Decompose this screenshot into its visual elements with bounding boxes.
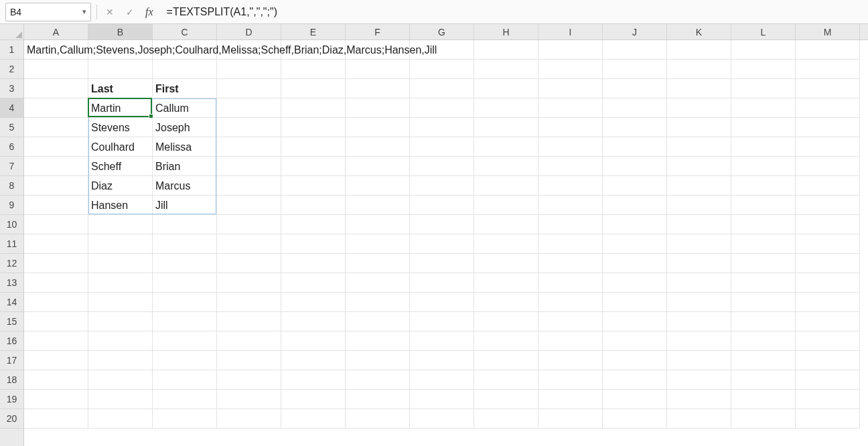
cell[interactable] xyxy=(667,351,731,370)
cell[interactable] xyxy=(731,157,796,176)
cell[interactable] xyxy=(603,273,667,293)
cell[interactable] xyxy=(346,196,410,215)
cell[interactable]: Hansen xyxy=(88,196,153,215)
cell[interactable] xyxy=(346,254,410,273)
cell[interactable] xyxy=(603,215,667,234)
cell[interactable] xyxy=(24,79,88,98)
cell[interactable] xyxy=(410,312,474,331)
cell[interactable] xyxy=(217,215,281,234)
cell[interactable] xyxy=(281,293,346,312)
cell[interactable] xyxy=(24,273,88,293)
cell[interactable] xyxy=(474,98,538,118)
cell[interactable] xyxy=(474,409,538,429)
cell[interactable] xyxy=(217,312,281,331)
cell[interactable] xyxy=(731,176,796,196)
cell[interactable] xyxy=(796,254,860,273)
cell[interactable] xyxy=(410,254,474,273)
cell[interactable] xyxy=(410,176,474,196)
fx-label[interactable]: fx xyxy=(143,6,156,18)
cell[interactable] xyxy=(281,234,346,254)
cell[interactable] xyxy=(346,390,410,409)
cell[interactable] xyxy=(474,273,538,293)
cell[interactable] xyxy=(281,60,346,79)
cell[interactable]: First xyxy=(153,79,217,98)
column-header[interactable]: I xyxy=(538,24,603,40)
name-box[interactable]: B4 ▾ xyxy=(5,3,91,21)
cell[interactable] xyxy=(603,351,667,370)
cell[interactable] xyxy=(217,118,281,137)
cell[interactable] xyxy=(603,409,667,429)
column-header[interactable]: C xyxy=(153,24,217,40)
cell[interactable] xyxy=(603,118,667,137)
cell[interactable] xyxy=(603,254,667,273)
cell[interactable] xyxy=(153,234,217,254)
cell[interactable] xyxy=(796,137,860,157)
cell[interactable] xyxy=(667,273,731,293)
cell[interactable] xyxy=(88,234,153,254)
cell[interactable] xyxy=(538,390,603,409)
cell[interactable] xyxy=(346,351,410,370)
cell[interactable] xyxy=(667,137,731,157)
cell[interactable] xyxy=(796,273,860,293)
cell[interactable] xyxy=(24,157,88,176)
cell[interactable] xyxy=(667,60,731,79)
cell[interactable] xyxy=(603,312,667,331)
cell[interactable] xyxy=(538,196,603,215)
cell[interactable] xyxy=(24,234,88,254)
cell[interactable]: Brian xyxy=(153,157,217,176)
cell[interactable] xyxy=(796,98,860,118)
cell[interactable] xyxy=(24,137,88,157)
cell[interactable] xyxy=(24,176,88,196)
cell[interactable] xyxy=(281,331,346,351)
row-header[interactable]: 8 xyxy=(0,176,23,196)
cell[interactable] xyxy=(153,312,217,331)
cell[interactable] xyxy=(796,331,860,351)
cell[interactable] xyxy=(731,293,796,312)
row-header[interactable]: 19 xyxy=(0,390,23,409)
cell[interactable] xyxy=(217,351,281,370)
cell[interactable] xyxy=(796,118,860,137)
cell[interactable] xyxy=(410,370,474,390)
cell[interactable] xyxy=(796,40,860,60)
cell[interactable] xyxy=(796,234,860,254)
cell[interactable] xyxy=(731,254,796,273)
cell[interactable] xyxy=(796,176,860,196)
cell[interactable] xyxy=(217,137,281,157)
cell[interactable] xyxy=(538,331,603,351)
cell[interactable] xyxy=(410,79,474,98)
column-header[interactable]: H xyxy=(474,24,538,40)
cell[interactable] xyxy=(346,176,410,196)
column-header[interactable]: A xyxy=(24,24,88,40)
cell[interactable] xyxy=(153,60,217,79)
column-header[interactable]: G xyxy=(410,24,474,40)
cell[interactable] xyxy=(731,196,796,215)
cell[interactable] xyxy=(88,293,153,312)
cell[interactable] xyxy=(281,98,346,118)
cell[interactable] xyxy=(731,118,796,137)
cell[interactable] xyxy=(667,409,731,429)
cell[interactable] xyxy=(603,234,667,254)
cell[interactable] xyxy=(24,331,88,351)
cell[interactable] xyxy=(731,273,796,293)
cell[interactable] xyxy=(410,390,474,409)
cell[interactable] xyxy=(410,196,474,215)
column-header[interactable]: J xyxy=(603,24,667,40)
cell[interactable]: Diaz xyxy=(88,176,153,196)
row-header[interactable]: 16 xyxy=(0,331,23,351)
cell[interactable]: Melissa xyxy=(153,137,217,157)
cell[interactable] xyxy=(410,60,474,79)
row-header[interactable]: 20 xyxy=(0,409,23,429)
cell[interactable] xyxy=(731,312,796,331)
row-header[interactable]: 12 xyxy=(0,254,23,273)
cell[interactable] xyxy=(474,351,538,370)
row-header[interactable]: 10 xyxy=(0,215,23,234)
cell[interactable] xyxy=(538,215,603,234)
cell[interactable] xyxy=(217,176,281,196)
cell[interactable] xyxy=(474,254,538,273)
cell[interactable] xyxy=(153,390,217,409)
cell[interactable]: Coulhard xyxy=(88,137,153,157)
cell[interactable] xyxy=(88,273,153,293)
cell[interactable] xyxy=(474,215,538,234)
cell[interactable] xyxy=(474,118,538,137)
cell[interactable] xyxy=(731,137,796,157)
